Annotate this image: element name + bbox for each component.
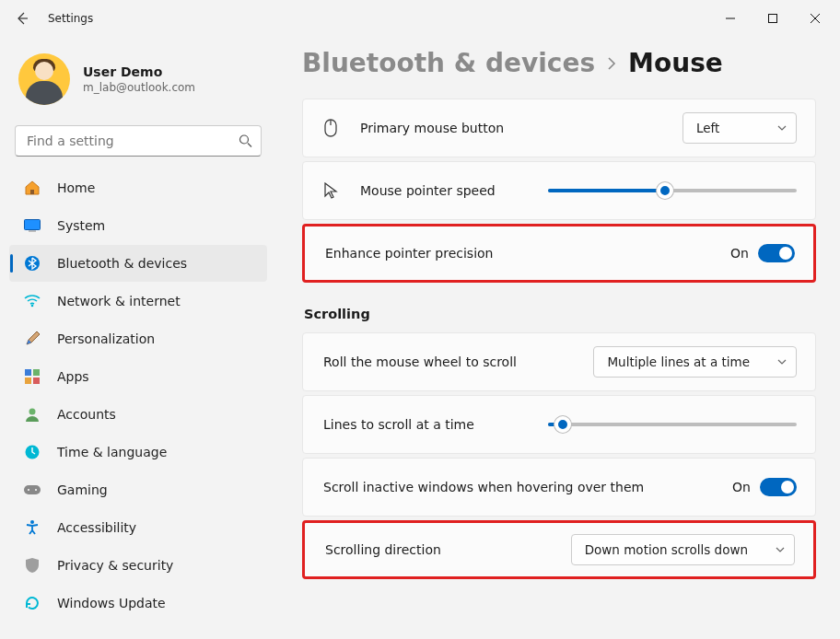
svg-rect-2 [25, 220, 41, 230]
pointer-speed-slider[interactable] [548, 181, 797, 200]
close-button[interactable] [794, 0, 836, 37]
nav-system[interactable]: System [9, 207, 267, 244]
nav-label: System [57, 218, 105, 233]
nav-home[interactable]: Home [9, 169, 267, 206]
nav-label: Bluetooth & devices [57, 256, 187, 271]
svg-rect-0 [769, 15, 777, 23]
primary-button-dropdown[interactable]: Left [682, 112, 797, 144]
breadcrumb-current: Mouse [628, 48, 723, 78]
svg-point-10 [29, 409, 36, 415]
setting-label: Enhance pointer precision [325, 246, 494, 261]
titlebar: Settings [0, 0, 840, 37]
nav-label: Privacy & security [57, 558, 173, 573]
setting-label: Roll the mouse wheel to scroll [323, 354, 517, 369]
wifi-icon [22, 291, 42, 311]
nav-apps[interactable]: Apps [9, 358, 267, 395]
dropdown-value: Left [696, 121, 719, 135]
user-block[interactable]: User Demo m_lab@outlook.com [9, 48, 267, 116]
lines-scroll-row: Lines to scroll at a time [302, 395, 816, 454]
minimize-button[interactable] [709, 0, 752, 37]
dropdown-value: Multiple lines at a time [607, 354, 750, 369]
nav-label: Time & language [57, 445, 167, 459]
scroll-direction-dropdown[interactable]: Down motion scrolls down [571, 534, 795, 565]
window-title: Settings [48, 12, 93, 25]
nav-accounts[interactable]: Accounts [9, 396, 267, 433]
inactive-hover-toggle[interactable] [760, 478, 797, 496]
gamepad-icon [22, 480, 42, 500]
chevron-down-icon [777, 359, 787, 365]
scrolling-section-title: Scrolling [304, 307, 816, 321]
setting-label: Mouse pointer speed [360, 183, 496, 198]
nav-label: Home [57, 180, 95, 195]
home-icon [22, 178, 42, 198]
bluetooth-icon [22, 253, 42, 273]
breadcrumb-parent[interactable]: Bluetooth & devices [302, 48, 595, 78]
clock-icon [22, 442, 42, 462]
mouse-icon [321, 119, 340, 137]
breadcrumb: Bluetooth & devices Mouse [302, 48, 816, 78]
svg-rect-8 [25, 378, 31, 384]
scroll-direction-row: Scrolling direction Down motion scrolls … [302, 520, 816, 579]
toggle-state: On [732, 480, 751, 494]
user-email: m_lab@outlook.com [83, 81, 195, 94]
nav-time-language[interactable]: Time & language [9, 434, 267, 471]
chevron-right-icon [606, 55, 617, 72]
svg-rect-6 [25, 369, 31, 376]
nav-accessibility[interactable]: Accessibility [9, 509, 267, 546]
chevron-down-icon [777, 125, 787, 131]
maximize-button[interactable] [752, 0, 794, 37]
nav-label: Apps [57, 369, 89, 384]
sidebar: User Demo m_lab@outlook.com Home System … [0, 37, 276, 639]
svg-point-1 [240, 135, 249, 144]
search-icon [239, 134, 252, 148]
primary-mouse-button-row: Primary mouse button Left [302, 99, 816, 157]
svg-point-15 [30, 520, 34, 524]
nav-windows-update[interactable]: Windows Update [9, 585, 267, 622]
person-icon [22, 404, 42, 424]
nav-gaming[interactable]: Gaming [9, 471, 267, 508]
svg-point-14 [35, 489, 37, 491]
search-wrap [15, 125, 262, 157]
cursor-icon [321, 182, 340, 199]
nav-bluetooth-devices[interactable]: Bluetooth & devices [9, 245, 267, 282]
enhance-precision-row: Enhance pointer precision On [302, 224, 816, 283]
enhance-precision-toggle[interactable] [758, 244, 795, 262]
nav-personalization[interactable]: Personalization [9, 320, 267, 357]
content: Bluetooth & devices Mouse Primary mouse … [276, 37, 840, 639]
setting-label: Scrolling direction [325, 542, 441, 557]
user-name: User Demo [83, 64, 195, 79]
svg-rect-9 [33, 378, 40, 384]
window-controls [709, 0, 836, 37]
nav-label: Network & internet [57, 294, 181, 308]
apps-icon [22, 366, 42, 387]
inactive-hover-row: Scroll inactive windows when hovering ov… [302, 458, 816, 517]
update-icon [22, 593, 42, 613]
svg-rect-12 [24, 485, 41, 494]
setting-label: Primary mouse button [360, 121, 504, 135]
nav-network[interactable]: Network & internet [9, 283, 267, 320]
dropdown-value: Down motion scrolls down [585, 542, 748, 557]
nav-list: Home System Bluetooth & devices Network … [9, 169, 267, 622]
chevron-down-icon [776, 547, 785, 552]
toggle-state: On [730, 246, 749, 261]
wheel-scroll-row: Roll the mouse wheel to scroll Multiple … [302, 332, 816, 391]
back-button[interactable] [4, 0, 41, 37]
svg-point-5 [31, 305, 34, 308]
avatar [18, 53, 70, 105]
nav-privacy-security[interactable]: Privacy & security [9, 547, 267, 584]
nav-label: Personalization [57, 331, 155, 346]
system-icon [22, 215, 42, 236]
brush-icon [22, 329, 42, 349]
setting-label: Scroll inactive windows when hovering ov… [323, 480, 644, 494]
nav-label: Accessibility [57, 520, 136, 535]
svg-point-13 [28, 489, 29, 491]
nav-label: Windows Update [57, 596, 166, 610]
shield-icon [22, 555, 42, 575]
wheel-scroll-dropdown[interactable]: Multiple lines at a time [593, 346, 797, 378]
lines-scroll-slider[interactable] [548, 415, 797, 434]
pointer-speed-row: Mouse pointer speed [302, 161, 816, 220]
accessibility-icon [22, 517, 42, 538]
nav-label: Accounts [57, 407, 116, 422]
search-input[interactable] [15, 125, 262, 157]
nav-label: Gaming [57, 482, 108, 497]
